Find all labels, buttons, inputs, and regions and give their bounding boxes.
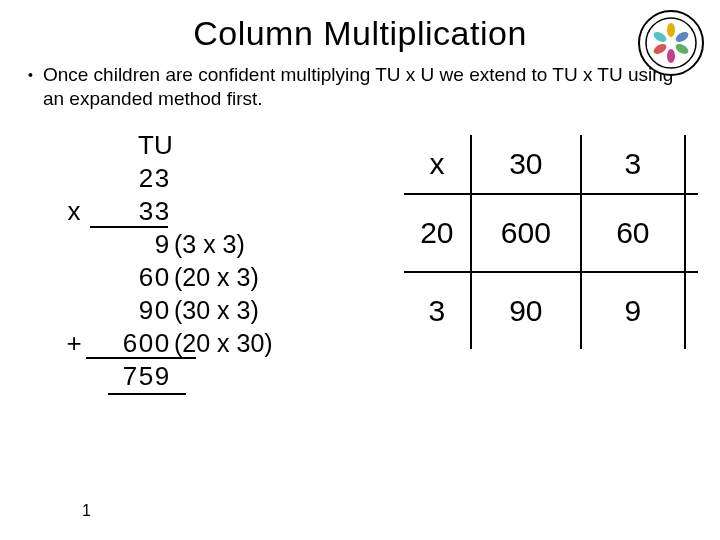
result-h: 7 [122, 360, 138, 393]
svg-point-2 [667, 23, 675, 37]
plus-sign: + [60, 327, 88, 360]
grid-symbol: x [404, 135, 470, 193]
p3-note: (30 x 3) [174, 295, 259, 326]
p1-note: (3 x 3) [174, 229, 245, 260]
p4-tens: 0 [138, 327, 154, 360]
grid-row1: 3 [404, 273, 470, 349]
p2-tens: 6 [138, 261, 154, 294]
grid-col0: 30 [472, 135, 580, 193]
p3-units: 0 [154, 294, 170, 327]
svg-point-0 [639, 11, 703, 75]
grid-col1: 3 [582, 135, 684, 193]
p1-value: 9 [154, 228, 170, 261]
bullet-text: Once children are confident multiplying … [43, 63, 692, 111]
multiply-sign: x [60, 195, 88, 228]
p4-units: 0 [154, 327, 170, 360]
grid-d01: 60 [582, 195, 684, 271]
result-u: 9 [154, 360, 170, 393]
p4-note: (20 x 30) [174, 328, 273, 359]
grid-d00: 600 [472, 195, 580, 271]
grid-method: x 30 3 20 600 60 3 90 9 [404, 135, 700, 355]
p2-units: 0 [154, 261, 170, 294]
n1-tens: 2 [138, 162, 154, 195]
p3-tens: 9 [138, 294, 154, 327]
p2-note: (20 x 3) [174, 262, 259, 293]
bullet-item: • Once children are confident multiplyin… [0, 53, 720, 111]
n1-units: 3 [154, 162, 170, 195]
expanded-calculation: TU 23 x33 9(3 x 3) 60(20 x 3) 90(30 x 3)… [60, 129, 376, 393]
p4-hundreds: 6 [122, 327, 138, 360]
header-u: U [154, 129, 170, 162]
result-t: 5 [138, 360, 154, 393]
school-logo [636, 8, 706, 82]
grid-d11: 9 [582, 273, 684, 349]
svg-point-5 [667, 49, 675, 63]
header-t: T [138, 129, 154, 162]
bullet-dot-icon: • [28, 67, 33, 83]
n2-tens: 3 [138, 195, 154, 228]
grid-d10: 90 [472, 273, 580, 349]
page-number: 1 [82, 502, 91, 520]
grid-row0: 20 [404, 195, 470, 271]
n2-units: 3 [154, 195, 170, 228]
slide-title: Column Multiplication [0, 0, 720, 53]
